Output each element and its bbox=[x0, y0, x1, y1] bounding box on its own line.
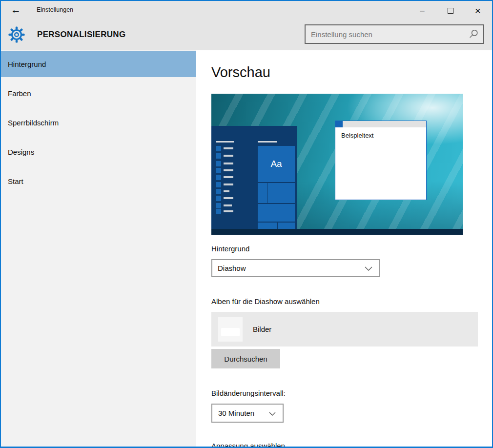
album-thumbnail-icon bbox=[218, 317, 243, 342]
album-name: Bilder bbox=[253, 325, 271, 333]
main-content: Vorschau Aa bbox=[196, 50, 492, 447]
background-label: Hintergrund bbox=[211, 244, 492, 253]
sample-window-mock: Beispieltext bbox=[335, 121, 427, 200]
header: ← Einstellungen – × PERSONALI bbox=[1, 1, 492, 50]
sidebar-item-designs[interactable]: Designs bbox=[1, 139, 196, 165]
album-row[interactable]: Bilder bbox=[211, 312, 478, 346]
search-icon[interactable] bbox=[469, 29, 478, 39]
taskbar-mock bbox=[211, 229, 463, 235]
sidebar-item-label: Sperrbildschirm bbox=[8, 119, 59, 127]
search-input[interactable] bbox=[306, 30, 469, 39]
sidebar-item-label: Farben bbox=[8, 89, 31, 98]
maximize-button[interactable] bbox=[443, 5, 458, 17]
chevron-down-icon bbox=[365, 264, 372, 272]
search-box[interactable] bbox=[305, 24, 484, 44]
settings-window: ← Einstellungen – × PERSONALI bbox=[0, 0, 493, 448]
sidebar-item-hintergrund[interactable]: Hintergrund bbox=[1, 51, 196, 77]
browse-button[interactable]: Durchsuchen bbox=[211, 349, 280, 368]
albums-label: Alben für die Diashow auswählen bbox=[211, 297, 492, 305]
sidebar-item-start[interactable]: Start bbox=[1, 168, 196, 194]
sidebar-item-label: Start bbox=[8, 177, 23, 185]
background-dropdown[interactable]: Diashow bbox=[211, 259, 380, 277]
maximize-icon bbox=[448, 8, 453, 14]
background-dropdown-value: Diashow bbox=[218, 264, 246, 272]
gear-icon bbox=[8, 26, 25, 45]
body: Hintergrund Farben Sperrbildschirm Desig… bbox=[1, 50, 492, 447]
start-tile-aa: Aa bbox=[258, 146, 295, 182]
sample-window-titlebar bbox=[335, 121, 426, 127]
sidebar: Hintergrund Farben Sperrbildschirm Desig… bbox=[1, 50, 196, 447]
start-menu-mock: Aa bbox=[211, 126, 297, 229]
page-title: PERSONALISIERUNG bbox=[37, 30, 125, 40]
sidebar-item-sperrbildschirm[interactable]: Sperrbildschirm bbox=[1, 110, 196, 136]
sample-window-text: Beispieltext bbox=[341, 132, 426, 139]
interval-label: Bildänderungsintervall: bbox=[211, 389, 492, 397]
sidebar-item-label: Designs bbox=[8, 148, 34, 156]
fit-label: Anpassung auswählen bbox=[211, 442, 492, 448]
interval-dropdown[interactable]: 30 Minuten bbox=[211, 404, 284, 423]
minimize-button[interactable]: – bbox=[415, 5, 430, 17]
interval-dropdown-value: 30 Minuten bbox=[218, 409, 254, 417]
app-title: Einstellungen bbox=[37, 6, 73, 13]
chevron-down-icon bbox=[269, 409, 276, 417]
back-icon[interactable]: ← bbox=[11, 4, 21, 16]
close-button[interactable]: × bbox=[471, 5, 485, 17]
wallpaper-preview: Aa Beispieltext bbox=[211, 94, 463, 235]
sample-window-accent bbox=[335, 121, 343, 127]
sidebar-item-label: Hintergrund bbox=[8, 60, 46, 68]
preview-heading: Vorschau bbox=[211, 64, 492, 81]
sidebar-item-farben[interactable]: Farben bbox=[1, 81, 196, 106]
